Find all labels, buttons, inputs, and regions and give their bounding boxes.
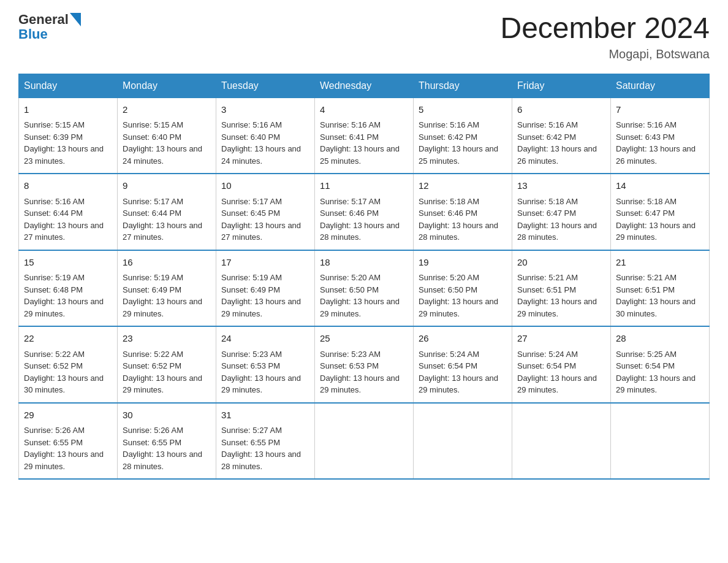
calendar-cell: 3 Sunrise: 5:16 AMSunset: 6:40 PMDayligh… — [216, 98, 315, 174]
day-number: 25 — [320, 332, 408, 346]
calendar-cell: 8 Sunrise: 5:16 AMSunset: 6:44 PMDayligh… — [19, 174, 118, 250]
calendar-cell: 18 Sunrise: 5:20 AMSunset: 6:50 PMDaylig… — [315, 250, 414, 327]
calendar-cell: 1 Sunrise: 5:15 AMSunset: 6:39 PMDayligh… — [19, 98, 118, 174]
calendar-cell: 22 Sunrise: 5:22 AMSunset: 6:52 PMDaylig… — [19, 326, 118, 403]
day-number: 2 — [123, 103, 211, 117]
logo-general-text: General — [18, 12, 69, 27]
calendar-cell: 17 Sunrise: 5:19 AMSunset: 6:49 PMDaylig… — [216, 250, 315, 327]
day-info: Sunrise: 5:19 AMSunset: 6:48 PMDaylight:… — [24, 272, 112, 320]
day-number: 9 — [123, 179, 211, 193]
calendar-cell: 5 Sunrise: 5:16 AMSunset: 6:42 PMDayligh… — [414, 98, 512, 174]
day-info: Sunrise: 5:16 AMSunset: 6:44 PMDaylight:… — [24, 196, 112, 243]
day-number: 23 — [123, 332, 211, 346]
day-number: 1 — [24, 103, 112, 117]
logo-triangle-icon — [70, 13, 81, 26]
calendar-cell: 26 Sunrise: 5:24 AMSunset: 6:54 PMDaylig… — [414, 326, 512, 403]
calendar-cell — [315, 403, 414, 480]
day-info: Sunrise: 5:27 AMSunset: 6:55 PMDaylight:… — [221, 424, 309, 472]
day-info: Sunrise: 5:25 AMSunset: 6:54 PMDaylight:… — [616, 348, 704, 396]
calendar-cell: 15 Sunrise: 5:19 AMSunset: 6:48 PMDaylig… — [19, 250, 118, 327]
day-info: Sunrise: 5:17 AMSunset: 6:44 PMDaylight:… — [123, 196, 211, 243]
calendar-cell: 27 Sunrise: 5:24 AMSunset: 6:54 PMDaylig… — [512, 326, 611, 403]
day-number: 24 — [221, 332, 309, 346]
day-number: 18 — [320, 256, 408, 270]
day-info: Sunrise: 5:20 AMSunset: 6:50 PMDaylight:… — [320, 272, 408, 320]
day-info: Sunrise: 5:16 AMSunset: 6:41 PMDaylight:… — [320, 119, 408, 167]
day-number: 29 — [24, 408, 112, 423]
day-number: 11 — [320, 179, 408, 193]
day-number: 26 — [419, 332, 507, 346]
day-info: Sunrise: 5:17 AMSunset: 6:46 PMDaylight:… — [320, 196, 408, 243]
day-info: Sunrise: 5:26 AMSunset: 6:55 PMDaylight:… — [123, 424, 211, 472]
day-info: Sunrise: 5:16 AMSunset: 6:42 PMDaylight:… — [419, 119, 507, 167]
calendar-cell: 6 Sunrise: 5:16 AMSunset: 6:42 PMDayligh… — [512, 98, 611, 174]
calendar-cell: 30 Sunrise: 5:26 AMSunset: 6:55 PMDaylig… — [118, 403, 216, 480]
location-text: Mogapi, Botswana — [500, 47, 710, 61]
day-info: Sunrise: 5:17 AMSunset: 6:45 PMDaylight:… — [221, 196, 309, 243]
header-monday: Monday — [118, 74, 216, 98]
day-info: Sunrise: 5:16 AMSunset: 6:42 PMDaylight:… — [517, 119, 605, 167]
header-tuesday: Tuesday — [216, 74, 315, 98]
day-info: Sunrise: 5:18 AMSunset: 6:47 PMDaylight:… — [517, 196, 605, 243]
calendar-cell: 28 Sunrise: 5:25 AMSunset: 6:54 PMDaylig… — [611, 326, 710, 403]
day-number: 15 — [24, 256, 112, 270]
calendar-cell: 4 Sunrise: 5:16 AMSunset: 6:41 PMDayligh… — [315, 98, 414, 174]
day-info: Sunrise: 5:21 AMSunset: 6:51 PMDaylight:… — [616, 272, 704, 320]
svg-marker-0 — [70, 13, 81, 26]
day-info: Sunrise: 5:19 AMSunset: 6:49 PMDaylight:… — [123, 272, 211, 320]
day-number: 4 — [320, 103, 408, 117]
day-info: Sunrise: 5:24 AMSunset: 6:54 PMDaylight:… — [419, 348, 507, 396]
day-number: 22 — [24, 332, 112, 346]
header-sunday: Sunday — [19, 74, 118, 98]
calendar-cell: 11 Sunrise: 5:17 AMSunset: 6:46 PMDaylig… — [315, 174, 414, 250]
calendar-cell: 23 Sunrise: 5:22 AMSunset: 6:52 PMDaylig… — [118, 326, 216, 403]
day-number: 12 — [419, 179, 507, 193]
calendar-cell: 31 Sunrise: 5:27 AMSunset: 6:55 PMDaylig… — [216, 403, 315, 480]
day-number: 6 — [517, 103, 605, 117]
calendar-cell: 14 Sunrise: 5:18 AMSunset: 6:47 PMDaylig… — [611, 174, 710, 250]
calendar-week-row-1: 1 Sunrise: 5:15 AMSunset: 6:39 PMDayligh… — [19, 98, 710, 174]
calendar-cell: 9 Sunrise: 5:17 AMSunset: 6:44 PMDayligh… — [118, 174, 216, 250]
day-number: 27 — [517, 332, 605, 346]
day-number: 17 — [221, 256, 309, 270]
day-number: 14 — [616, 179, 704, 193]
day-number: 13 — [517, 179, 605, 193]
calendar-cell — [414, 403, 512, 480]
day-info: Sunrise: 5:22 AMSunset: 6:52 PMDaylight:… — [123, 348, 211, 396]
month-title: December 2024 — [500, 12, 710, 45]
header-saturday: Saturday — [611, 74, 710, 98]
page-header: General Blue December 2024 Mogapi, Botsw… — [18, 12, 710, 61]
calendar-week-row-3: 15 Sunrise: 5:19 AMSunset: 6:48 PMDaylig… — [19, 250, 710, 327]
day-info: Sunrise: 5:21 AMSunset: 6:51 PMDaylight:… — [517, 272, 605, 320]
calendar-cell: 10 Sunrise: 5:17 AMSunset: 6:45 PMDaylig… — [216, 174, 315, 250]
day-info: Sunrise: 5:26 AMSunset: 6:55 PMDaylight:… — [24, 424, 112, 472]
day-number: 20 — [517, 256, 605, 270]
calendar-cell: 12 Sunrise: 5:18 AMSunset: 6:46 PMDaylig… — [414, 174, 512, 250]
day-info: Sunrise: 5:24 AMSunset: 6:54 PMDaylight:… — [517, 348, 605, 396]
calendar-cell — [611, 403, 710, 480]
day-info: Sunrise: 5:16 AMSunset: 6:43 PMDaylight:… — [616, 119, 704, 167]
calendar-cell: 29 Sunrise: 5:26 AMSunset: 6:55 PMDaylig… — [19, 403, 118, 480]
day-info: Sunrise: 5:15 AMSunset: 6:39 PMDaylight:… — [24, 119, 112, 167]
day-number: 28 — [616, 332, 704, 346]
logo-blue-text: Blue — [18, 27, 81, 42]
day-info: Sunrise: 5:18 AMSunset: 6:46 PMDaylight:… — [419, 196, 507, 243]
day-number: 16 — [123, 256, 211, 270]
day-info: Sunrise: 5:18 AMSunset: 6:47 PMDaylight:… — [616, 196, 704, 243]
calendar-cell: 19 Sunrise: 5:20 AMSunset: 6:50 PMDaylig… — [414, 250, 512, 327]
calendar-week-row-4: 22 Sunrise: 5:22 AMSunset: 6:52 PMDaylig… — [19, 326, 710, 403]
logo: General Blue — [18, 12, 81, 42]
calendar-table: Sunday Monday Tuesday Wednesday Thursday… — [18, 74, 710, 480]
calendar-header-row: Sunday Monday Tuesday Wednesday Thursday… — [19, 74, 710, 98]
day-info: Sunrise: 5:20 AMSunset: 6:50 PMDaylight:… — [419, 272, 507, 320]
day-number: 30 — [123, 408, 211, 423]
day-number: 7 — [616, 103, 704, 117]
calendar-cell: 13 Sunrise: 5:18 AMSunset: 6:47 PMDaylig… — [512, 174, 611, 250]
calendar-cell: 20 Sunrise: 5:21 AMSunset: 6:51 PMDaylig… — [512, 250, 611, 327]
day-info: Sunrise: 5:19 AMSunset: 6:49 PMDaylight:… — [221, 272, 309, 320]
day-number: 31 — [221, 408, 309, 423]
header-wednesday: Wednesday — [315, 74, 414, 98]
day-number: 3 — [221, 103, 309, 117]
day-info: Sunrise: 5:16 AMSunset: 6:40 PMDaylight:… — [221, 119, 309, 167]
calendar-cell — [512, 403, 611, 480]
